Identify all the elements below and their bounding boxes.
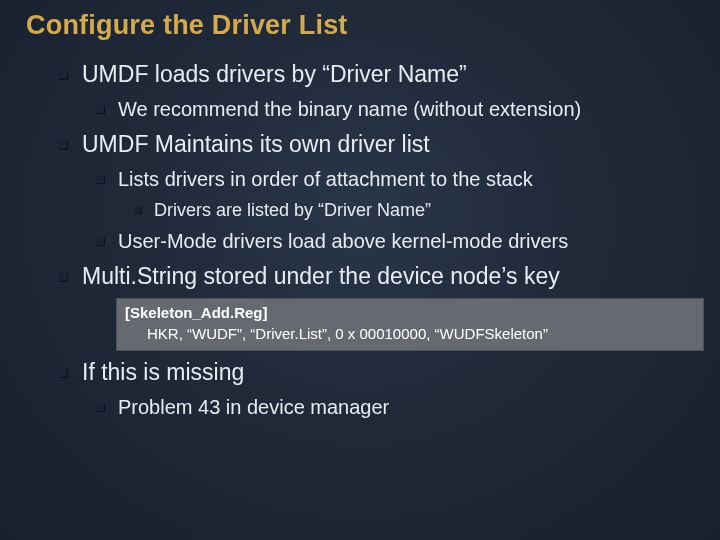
bullet-text: UMDF loads drivers by “Driver Name” [82,61,467,87]
bullet-text: If this is missing [82,359,244,385]
bullet-l1: Multi.String stored under the device nod… [24,261,696,351]
bullet-text: Multi.String stored under the device nod… [82,263,560,289]
bullet-text: Problem 43 in device manager [118,396,389,418]
bullet-list: UMDF loads drivers by “Driver Name” We r… [24,59,696,421]
bullet-text: Lists drivers in order of attachment to … [118,168,533,190]
slide: Configure the Driver List UMDF loads dri… [0,0,720,451]
bullet-l3: Drivers are listed by “Driver Name” [118,198,696,222]
bullet-text: We recommend the binary name (without ex… [118,98,581,120]
bullet-text: User-Mode drivers load above kernel-mode… [118,230,568,252]
bullet-l2: Problem 43 in device manager [82,394,696,421]
bullet-text: UMDF Maintains its own driver list [82,131,430,157]
code-line: HKR, “WUDF”, “Driver.List”, 0 x 00010000… [125,324,695,344]
bullet-l1: UMDF loads drivers by “Driver Name” We r… [24,59,696,123]
bullet-l1: If this is missing Problem 43 in device … [24,357,696,421]
code-line: [Skeleton_Add.Reg] [125,303,695,323]
slide-title: Configure the Driver List [26,10,696,41]
bullet-l1: UMDF Maintains its own driver list Lists… [24,129,696,255]
bullet-l2: User-Mode drivers load above kernel-mode… [82,228,696,255]
bullet-l2: We recommend the binary name (without ex… [82,96,696,123]
bullet-text: Drivers are listed by “Driver Name” [154,200,431,220]
code-box: [Skeleton_Add.Reg] HKR, “WUDF”, “Driver.… [116,298,704,351]
bullet-l2: Lists drivers in order of attachment to … [82,166,696,222]
